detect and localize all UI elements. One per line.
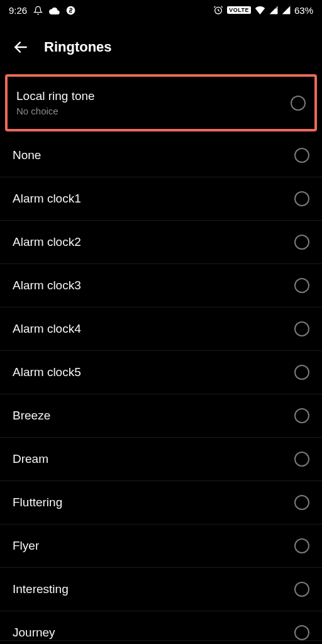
list-item[interactable]: Fluttering [0,481,322,525]
back-icon[interactable] [13,39,29,55]
radio-icon[interactable] [294,408,309,423]
list-item[interactable]: Flyer [0,525,322,568]
status-right: VOLTE x 63% [213,5,313,16]
radio-icon[interactable] [294,321,309,336]
item-label: Journey [13,626,55,640]
signal-x-icon: x [269,6,278,14]
item-label: Alarm clock4 [13,322,81,336]
status-bar: 9:26 VOLTE x 63% [0,0,322,20]
local-ringtone-item[interactable]: Local ring tone No choice [8,77,314,129]
radio-icon[interactable] [294,495,309,510]
item-label: Dream [13,452,48,466]
radio-icon[interactable] [294,365,309,380]
alarm-icon [213,5,223,15]
shazam-icon [66,6,75,15]
bell-icon [33,6,43,15]
list-item[interactable]: None [0,134,322,177]
item-label: None [13,148,41,162]
page-title: Ringtones [44,39,112,55]
list-item[interactable]: Alarm clock4 [0,308,322,351]
volte-badge: VOLTE [227,6,251,14]
svg-text:x: x [275,6,277,9]
highlighted-item: Local ring tone No choice [5,74,317,131]
radio-icon[interactable] [294,452,309,467]
item-label: Alarm clock3 [13,279,81,292]
item-label: Alarm clock5 [13,365,81,379]
item-label: Fluttering [13,496,62,509]
list-item[interactable]: Breeze [0,394,322,438]
list-item[interactable]: Interesting [0,568,322,611]
item-label: Interesting [13,582,69,596]
item-label: Alarm clock2 [13,235,81,249]
radio-icon[interactable] [294,148,309,163]
item-title: Local ring tone [16,89,95,103]
item-label: Alarm clock1 [13,192,81,206]
cloud-icon [49,6,60,14]
list-item[interactable]: Alarm clock2 [0,221,322,264]
radio-icon[interactable] [294,278,309,293]
item-label: Flyer [13,539,39,553]
ringtone-list: None Alarm clock1 Alarm clock2 Alarm clo… [0,131,322,641]
item-text: Local ring tone No choice [16,89,95,116]
list-item[interactable]: Journey [0,611,322,641]
status-time: 9:26 [9,5,27,16]
status-left: 9:26 [9,5,75,16]
radio-icon[interactable] [294,582,309,597]
item-label: Breeze [13,409,50,423]
header: Ringtones [0,20,322,74]
list-item[interactable]: Dream [0,438,322,481]
item-subtitle: No choice [16,106,95,116]
list-item[interactable]: Alarm clock3 [0,264,322,308]
wifi-icon [255,6,265,14]
list-item[interactable]: Alarm clock1 [0,177,322,221]
radio-icon[interactable] [294,625,309,640]
radio-icon[interactable] [294,191,309,206]
radio-icon[interactable] [294,235,309,250]
signal-icon [282,6,291,14]
battery-percent: 63% [294,5,313,16]
radio-icon[interactable] [294,538,309,553]
list-item[interactable]: Alarm clock5 [0,351,322,394]
svg-point-0 [67,6,75,14]
radio-icon[interactable] [291,96,306,111]
